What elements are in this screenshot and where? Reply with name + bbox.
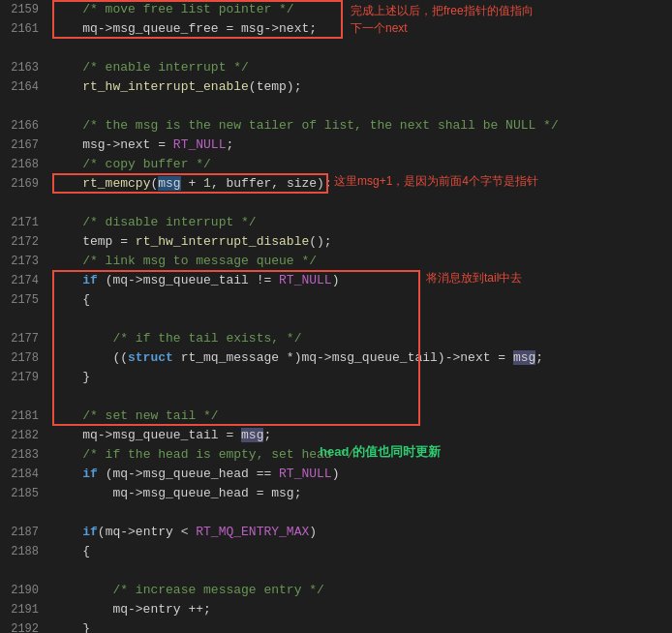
line-content: } [46, 619, 672, 633]
code-line: 2171 /* disable interrupt */ [0, 213, 672, 232]
code-line: 2166 /* the msg is the new tailer of lis… [0, 116, 672, 136]
line-number: 2191 [0, 600, 46, 619]
line-content: } [46, 368, 672, 387]
code-line: 2168 /* copy buffer */ [0, 155, 672, 174]
line-number: 2187 [0, 523, 46, 542]
line-number: 2163 [0, 58, 46, 77]
line-number: 2192 [0, 619, 46, 633]
line-number: 2185 [0, 484, 46, 503]
box1-annotation: 完成上述以后，把free指针的值指向 下一个next [351, 2, 534, 37]
box3-annotation: 将消息放到tail中去 [426, 270, 522, 286]
line-number: 2177 [0, 329, 46, 348]
line-content: /* disable interrupt */ [46, 213, 672, 232]
code-line: 2163 /* enable interrupt */ [0, 58, 672, 77]
line-content: msg->next = RT_NULL; [46, 136, 672, 155]
line-content: /* set new tail */ [46, 407, 672, 426]
code-line: 2173 /* link msg to message queue */ [0, 252, 672, 271]
code-container: 2159 /* move free list pointer */2161 mq… [0, 0, 672, 633]
line-number: 2175 [0, 290, 46, 310]
line-content: /* link msg to message queue */ [46, 252, 672, 271]
code-line: 2178 ((struct rt_mq_message *)mq->msg_qu… [0, 348, 672, 368]
line-number: 2174 [0, 271, 46, 290]
line-number: 2159 [0, 0, 46, 19]
code-line: 2187 if(mq->entry < RT_MQ_ENTRY_MAX) [0, 523, 672, 542]
code-line: 2192 } [0, 619, 672, 633]
line-number: 2173 [0, 252, 46, 271]
code-line [0, 561, 672, 581]
line-content: if (mq->msg_queue_tail != RT_NULL) [46, 271, 672, 290]
line-number: 2182 [0, 426, 46, 445]
line-number: 2178 [0, 348, 46, 368]
code-line: 2177 /* if the tail exists, */ [0, 329, 672, 348]
line-number: 2168 [0, 155, 46, 174]
code-line [0, 387, 672, 407]
head-annotation: head 的值也同时更新 [320, 443, 441, 461]
code-line [0, 310, 672, 329]
code-line: 2188 { [0, 542, 672, 561]
code-line: 2179 } [0, 368, 672, 387]
code-line [0, 194, 672, 213]
code-line: 2185 mq->msg_queue_head = msg; [0, 484, 672, 503]
line-content: /* copy buffer */ [46, 155, 672, 174]
code-line [0, 97, 672, 116]
line-content: ((struct rt_mq_message *)mq->msg_queue_t… [46, 348, 672, 368]
line-content: if(mq->entry < RT_MQ_ENTRY_MAX) [46, 523, 672, 542]
code-line: 2161 mq->msg_queue_free = msg->next; [0, 19, 672, 39]
line-number: 2188 [0, 542, 46, 561]
line-number: 2166 [0, 116, 46, 136]
code-line [0, 503, 672, 523]
code-line [0, 39, 672, 58]
line-number: 2161 [0, 19, 46, 39]
line-content: rt_hw_interrupt_enable(temp); [46, 77, 672, 97]
line-content: { [46, 290, 672, 310]
line-number: 2179 [0, 368, 46, 387]
line-content: mq->msg_queue_head = msg; [46, 484, 672, 503]
line-number: 2171 [0, 213, 46, 232]
line-number: 2167 [0, 136, 46, 155]
code-line: 2182 mq->msg_queue_tail = msg; [0, 426, 672, 445]
line-number: 2183 [0, 445, 46, 465]
line-content: mq->entry ++; [46, 600, 672, 619]
box2-annotation: 这里msg+1，是因为前面4个字节是指针 [334, 173, 538, 190]
code-line: 2181 /* set new tail */ [0, 407, 672, 426]
code-line: 2164 rt_hw_interrupt_enable(temp); [0, 77, 672, 97]
code-line: 2184 if (mq->msg_queue_head == RT_NULL) [0, 465, 672, 484]
line-number: 2181 [0, 407, 46, 426]
line-number: 2172 [0, 232, 46, 252]
line-content: mq->msg_queue_tail = msg; [46, 426, 672, 445]
code-line: 2190 /* increase message entry */ [0, 581, 672, 600]
code-line: 2167 msg->next = RT_NULL; [0, 136, 672, 155]
line-content: if (mq->msg_queue_head == RT_NULL) [46, 465, 672, 484]
line-content: /* enable interrupt */ [46, 58, 672, 77]
line-content: { [46, 542, 672, 561]
line-number: 2169 [0, 174, 46, 194]
code-line: 2159 /* move free list pointer */ [0, 0, 672, 19]
code-line: 2174 if (mq->msg_queue_tail != RT_NULL) [0, 271, 672, 290]
code-line: 2175 { [0, 290, 672, 310]
line-number: 2184 [0, 465, 46, 484]
code-line: 2191 mq->entry ++; [0, 600, 672, 619]
line-number: 2190 [0, 581, 46, 600]
line-content: temp = rt_hw_interrupt_disable(); [46, 232, 672, 252]
line-content: /* increase message entry */ [46, 581, 672, 600]
code-line: 2172 temp = rt_hw_interrupt_disable(); [0, 232, 672, 252]
line-number: 2164 [0, 77, 46, 97]
line-content: /* the msg is the new tailer of list, th… [46, 116, 672, 136]
line-content: /* if the tail exists, */ [46, 329, 672, 348]
